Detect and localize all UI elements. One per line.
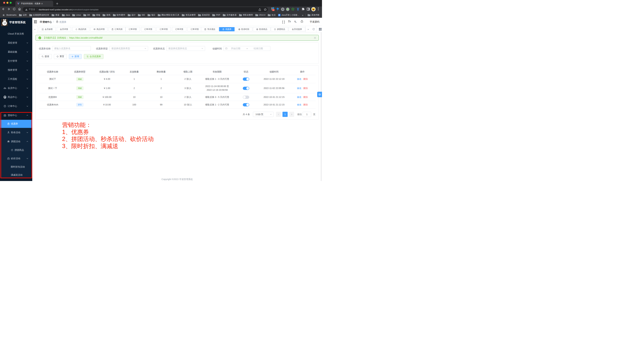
svg-text:A: A	[296, 22, 296, 23]
